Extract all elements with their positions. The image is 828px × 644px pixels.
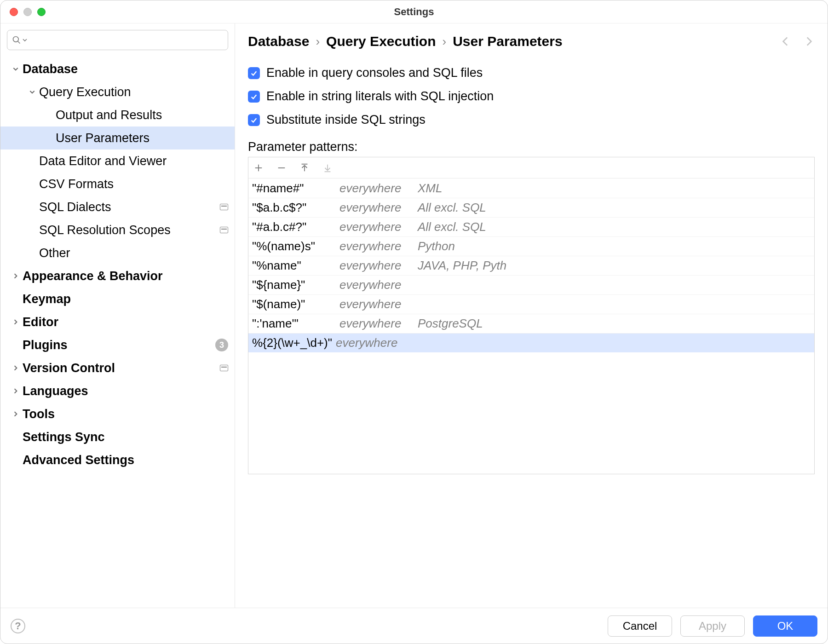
tree-item[interactable]: Languages xyxy=(0,380,235,402)
tree-item[interactable]: SQL Dialects xyxy=(0,196,235,218)
tree-item[interactable]: User Parameters xyxy=(0,126,235,150)
chevron-right-icon[interactable] xyxy=(12,318,20,326)
settings-search-input[interactable] xyxy=(7,30,228,50)
pattern-row[interactable]: "${name}"everywhere xyxy=(248,275,814,294)
tree-item-label: Appearance & Behavior xyxy=(23,269,163,283)
pattern-text: "$(name)" xyxy=(252,297,339,311)
project-scope-icon xyxy=(220,227,228,233)
close-window-button[interactable] xyxy=(10,8,18,16)
patterns-panel: "#name#"everywhereXML"$a.b.c$?"everywher… xyxy=(248,157,815,474)
pattern-langs: Python xyxy=(418,239,814,253)
checkbox-option[interactable]: Enable in query consoles and SQL files xyxy=(248,66,815,80)
disclosure-spacer xyxy=(45,134,53,142)
window-controls xyxy=(0,8,46,16)
svg-point-0 xyxy=(13,37,19,42)
tree-item-label: Output and Results xyxy=(56,108,162,122)
patterns-list[interactable]: "#name#"everywhereXML"$a.b.c$?"everywher… xyxy=(248,178,814,474)
pattern-text: %{2}(\w+_\d+)" xyxy=(252,336,332,350)
tree-item[interactable]: Data Editor and Viewer xyxy=(0,150,235,172)
tree-item[interactable]: Database xyxy=(0,58,235,80)
breadcrumb-segment[interactable]: Database xyxy=(248,34,309,49)
pattern-row[interactable]: "$a.b.c$?"everywhereAll excl. SQL xyxy=(248,198,814,217)
tree-item[interactable]: CSV Formats xyxy=(0,172,235,196)
apply-button[interactable]: Apply xyxy=(680,615,745,637)
tree-item[interactable]: Settings Sync xyxy=(0,426,235,448)
tree-item[interactable]: SQL Resolution Scopes xyxy=(0,218,235,242)
pattern-row[interactable]: %{2}(\w+_\d+)"everywhere xyxy=(248,333,814,352)
tree-item[interactable]: Keymap xyxy=(0,288,235,310)
chevron-down-icon[interactable] xyxy=(12,65,20,73)
checkbox-option[interactable]: Substitute inside SQL strings xyxy=(248,113,815,127)
tree-item-label: Plugins xyxy=(23,338,68,352)
breadcrumb-nav xyxy=(780,35,815,47)
chevron-right-icon[interactable] xyxy=(12,364,20,372)
back-icon[interactable] xyxy=(780,35,792,47)
pattern-row[interactable]: "#a.b.c#?"everywhereAll excl. SQL xyxy=(248,217,814,236)
minimize-window-button[interactable] xyxy=(23,8,32,16)
tree-item[interactable]: Version Control xyxy=(0,356,235,380)
forward-icon[interactable] xyxy=(803,35,815,47)
pattern-row[interactable]: "$(name)"everywhere xyxy=(248,294,814,314)
disclosure-spacer xyxy=(28,180,36,188)
breadcrumb-segment[interactable]: Query Execution xyxy=(326,34,436,49)
tree-item[interactable]: Editor xyxy=(0,310,235,334)
pattern-scope: everywhere xyxy=(339,201,418,215)
tree-item-label: User Parameters xyxy=(56,131,150,145)
tree-item[interactable]: Plugins3 xyxy=(0,334,235,356)
checkbox-icon xyxy=(248,91,260,103)
tree-item-label: Advanced Settings xyxy=(23,453,134,467)
disclosure-spacer xyxy=(28,157,36,165)
pattern-scope: everywhere xyxy=(339,316,418,331)
pattern-row[interactable]: "%(name)s"everywherePython xyxy=(248,236,814,256)
dialog-footer: ? Cancel Apply OK xyxy=(0,608,828,644)
tree-item-label: Tools xyxy=(23,407,55,421)
plus-icon xyxy=(253,163,264,173)
breadcrumb: Database › Query Execution › User Parame… xyxy=(248,34,780,49)
settings-sidebar: DatabaseQuery ExecutionOutput and Result… xyxy=(0,23,235,608)
minus-icon xyxy=(276,163,287,173)
chevron-right-icon[interactable] xyxy=(12,272,20,280)
move-down-button[interactable] xyxy=(322,162,333,173)
pattern-scope: everywhere xyxy=(339,278,418,292)
pattern-langs: JAVA, PHP, Pyth xyxy=(418,259,814,273)
update-count-badge: 3 xyxy=(215,339,228,351)
help-button[interactable]: ? xyxy=(11,619,25,633)
remove-button[interactable] xyxy=(276,162,287,173)
pattern-scope: everywhere xyxy=(339,220,418,234)
search-field[interactable] xyxy=(29,34,223,46)
zoom-window-button[interactable] xyxy=(37,8,46,16)
pattern-langs: All excl. SQL xyxy=(418,220,814,234)
options-checkboxes: Enable in query consoles and SQL filesEn… xyxy=(248,66,815,127)
chevron-down-icon[interactable] xyxy=(28,88,36,96)
tree-item[interactable]: Other xyxy=(0,242,235,264)
titlebar: Settings xyxy=(0,0,828,23)
chevron-right-icon[interactable] xyxy=(12,410,20,418)
tree-item-label: Languages xyxy=(23,384,88,398)
chevron-right-icon[interactable] xyxy=(12,387,20,395)
add-button[interactable] xyxy=(253,162,264,173)
checkbox-label: Substitute inside SQL strings xyxy=(266,113,426,127)
pattern-row[interactable]: ":'name'"everywherePostgreSQL xyxy=(248,314,814,333)
move-up-button[interactable] xyxy=(299,162,310,173)
tree-item[interactable]: Tools xyxy=(0,402,235,426)
pattern-row[interactable]: "#name#"everywhereXML xyxy=(248,178,814,198)
tree-item[interactable]: Advanced Settings xyxy=(0,448,235,472)
cancel-button[interactable]: Cancel xyxy=(608,615,672,637)
project-scope-icon xyxy=(220,365,228,371)
tree-item-label: Version Control xyxy=(23,361,115,375)
window-title: Settings xyxy=(0,6,828,18)
patterns-label: Parameter patterns: xyxy=(248,140,815,154)
pattern-scope: everywhere xyxy=(336,336,397,350)
tree-item-label: Database xyxy=(23,62,78,76)
tree-item[interactable]: Appearance & Behavior xyxy=(0,264,235,288)
disclosure-spacer xyxy=(28,226,36,234)
disclosure-spacer xyxy=(12,456,20,464)
tree-item[interactable]: Query Execution xyxy=(0,80,235,104)
ok-button[interactable]: OK xyxy=(753,615,817,637)
checkbox-option[interactable]: Enable in string literals with SQL injec… xyxy=(248,89,815,104)
pattern-row[interactable]: "%name"everywhereJAVA, PHP, Pyth xyxy=(248,256,814,275)
checkbox-icon xyxy=(248,67,260,79)
tree-item[interactable]: Output and Results xyxy=(0,104,235,126)
pattern-text: ":'name'" xyxy=(252,316,339,331)
settings-window: Settings DatabaseQuery ExecutionOutput a… xyxy=(0,0,828,644)
